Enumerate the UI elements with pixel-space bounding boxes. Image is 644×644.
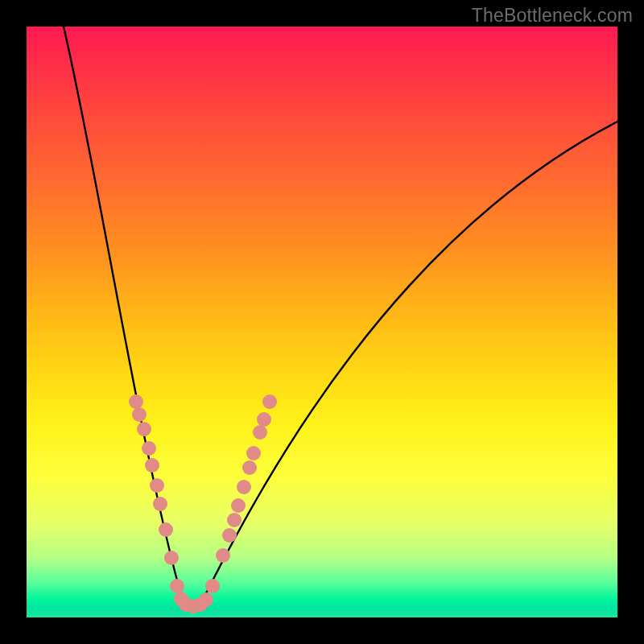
highlight-dot xyxy=(253,425,267,440)
plot-area xyxy=(27,27,617,617)
highlight-dot xyxy=(199,592,213,607)
highlight-dot xyxy=(137,422,151,436)
highlight-dot xyxy=(153,497,167,511)
highlight-dot xyxy=(216,548,230,563)
highlight-dot xyxy=(205,579,220,593)
highlight-dot xyxy=(142,441,156,456)
highlight-dot xyxy=(170,579,184,593)
highlight-dot xyxy=(257,412,271,427)
highlight-dot xyxy=(246,446,261,460)
highlight-dot xyxy=(132,407,147,422)
highlight-dot xyxy=(145,458,159,473)
highlight-dot xyxy=(227,513,242,527)
chart-frame: TheBottleneck.com xyxy=(0,0,644,644)
watermark-text: TheBottleneck.com xyxy=(472,5,633,27)
highlight-dot xyxy=(237,480,251,494)
highlight-dot xyxy=(164,551,179,565)
highlight-dot xyxy=(242,460,257,475)
bottleneck-curve xyxy=(27,27,617,617)
highlight-dot xyxy=(222,528,237,543)
highlight-dot xyxy=(159,522,173,537)
highlight-dot xyxy=(262,394,277,409)
highlight-dot xyxy=(129,394,143,409)
highlight-dot xyxy=(231,498,246,513)
highlight-dot xyxy=(150,478,164,493)
